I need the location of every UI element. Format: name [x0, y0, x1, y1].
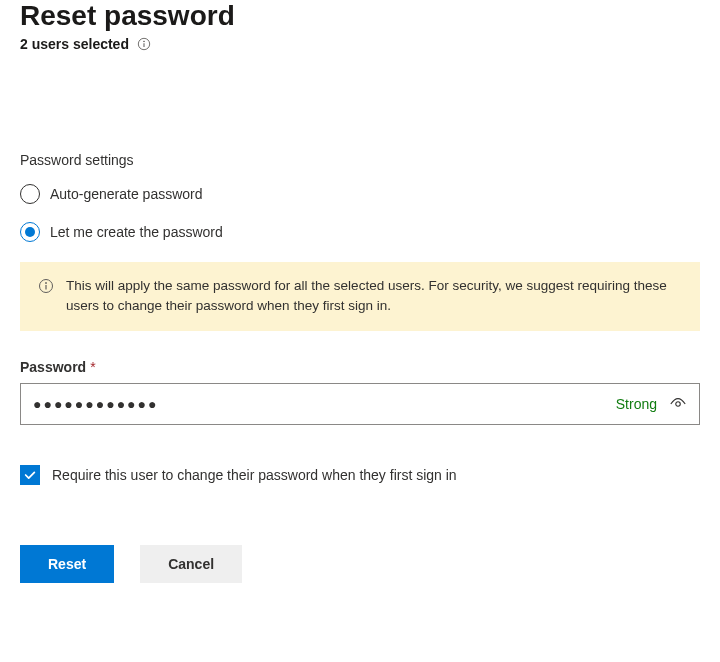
password-input-wrap: Strong: [20, 383, 700, 425]
info-icon[interactable]: [137, 37, 151, 51]
info-icon: [38, 278, 54, 294]
radio-label-manual: Let me create the password: [50, 224, 223, 240]
radio-manual-create[interactable]: Let me create the password: [20, 222, 700, 242]
require-change-label: Require this user to change their passwo…: [52, 467, 457, 483]
radio-auto-generate[interactable]: Auto-generate password: [20, 184, 700, 204]
eye-icon[interactable]: [669, 395, 687, 413]
require-change-row: Require this user to change their passwo…: [20, 465, 700, 485]
subtitle-row: 2 users selected: [20, 36, 700, 52]
password-strength: Strong: [616, 396, 657, 412]
radio-circle-checked: [20, 222, 40, 242]
password-input[interactable]: [33, 396, 616, 412]
require-change-checkbox[interactable]: [20, 465, 40, 485]
radio-label-auto: Auto-generate password: [50, 186, 203, 202]
header: Reset password 2 users selected: [20, 0, 700, 52]
cancel-button[interactable]: Cancel: [140, 545, 242, 583]
button-row: Reset Cancel: [20, 545, 700, 583]
radio-circle-unchecked: [20, 184, 40, 204]
password-label-row: Password *: [20, 359, 700, 375]
radio-dot: [25, 227, 35, 237]
subtitle: 2 users selected: [20, 36, 129, 52]
required-mark: *: [90, 359, 95, 375]
svg-point-4: [46, 283, 47, 284]
reset-button[interactable]: Reset: [20, 545, 114, 583]
svg-point-6: [676, 401, 681, 406]
radio-group: Auto-generate password Let me create the…: [20, 184, 700, 242]
svg-point-1: [144, 41, 145, 42]
page-title: Reset password: [20, 0, 700, 32]
section-label: Password settings: [20, 152, 700, 168]
notice-box: This will apply the same password for al…: [20, 262, 700, 331]
password-label: Password: [20, 359, 86, 375]
notice-text: This will apply the same password for al…: [66, 276, 682, 317]
